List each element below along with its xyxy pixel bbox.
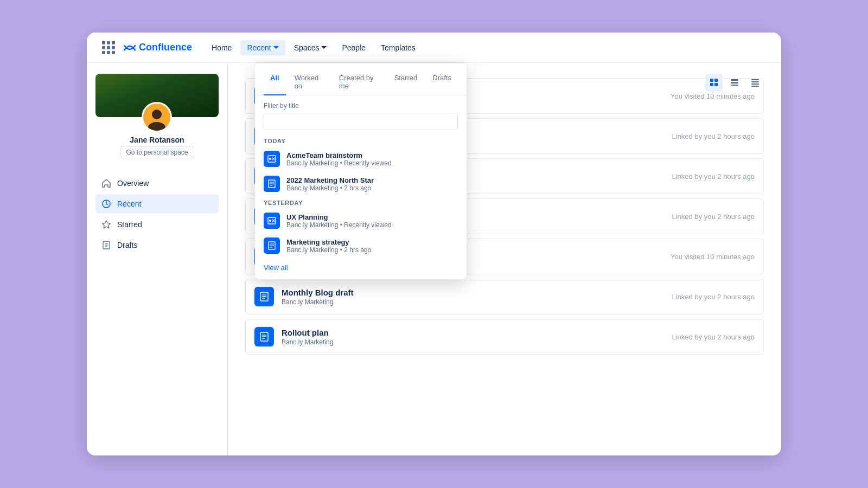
confluence-logo[interactable]: Confluence	[124, 42, 192, 54]
dropdown-item-title: AcmeTeam brainstorm	[286, 151, 392, 159]
grid-view-button[interactable]	[705, 74, 723, 91]
recent-dropdown: AllWorked onCreated by meStarredDrafts F…	[255, 63, 467, 279]
svg-rect-15	[751, 79, 759, 80]
filter-input[interactable]	[264, 113, 458, 130]
section-header-today: TODAY	[255, 134, 467, 146]
svg-point-1	[148, 122, 165, 131]
view-all-button[interactable]: View all	[255, 258, 467, 279]
svg-rect-16	[751, 81, 759, 82]
topnav: Confluence Home Recent Spaces People Tem…	[87, 33, 781, 63]
drafts-icon	[101, 240, 112, 251]
svg-rect-13	[731, 82, 738, 84]
dropdown-tab-worked_on[interactable]: Worked on	[288, 69, 330, 95]
item-timestamp: You visited 10 minutes ago	[671, 92, 755, 100]
clock-icon	[101, 198, 112, 209]
dropdown-tabs: AllWorked onCreated by meStarredDrafts	[255, 63, 467, 95]
filter-label: Filter by title	[264, 102, 458, 110]
dropdown-item-subtitle: Banc.ly Marketing • Recently viewed	[286, 221, 392, 229]
svg-point-42	[269, 158, 271, 160]
sidebar-item-starred-label: Starred	[117, 220, 142, 229]
item-timestamp: Linked by you 2 hours ago	[672, 132, 755, 140]
dropdown-list-item[interactable]: Marketing strategy Banc.ly Marketing • 2…	[255, 233, 467, 258]
dropdown-item-title: UX Planning	[286, 213, 392, 221]
goto-personal-space-button[interactable]: Go to personal space	[120, 146, 194, 158]
dropdown-item-subtitle: Banc.ly Marketing • Recently viewed	[286, 159, 392, 167]
sidebar-item-recent-label: Recent	[117, 200, 141, 208]
list-view-button[interactable]	[726, 74, 743, 91]
nav-recent[interactable]: Recent	[240, 40, 285, 55]
svg-rect-9	[714, 79, 718, 82]
nav-spaces[interactable]: Spaces	[288, 40, 334, 55]
item-title: Rollout plan	[282, 328, 665, 337]
svg-marker-3	[103, 221, 111, 228]
svg-rect-11	[714, 83, 718, 86]
svg-rect-17	[751, 84, 759, 85]
nav-links: Home Recent Spaces People Templates	[205, 40, 422, 55]
nav-templates[interactable]: Templates	[374, 40, 422, 55]
sidebar-item-starred[interactable]: Starred	[95, 215, 219, 234]
sidebar: Jane Rotanson Go to personal space Overv…	[87, 63, 228, 455]
svg-point-48	[269, 220, 271, 222]
svg-rect-12	[731, 79, 738, 81]
sidebar-item-overview[interactable]: Overview	[95, 174, 219, 193]
section-header-yesterday: YESTERDAY	[255, 196, 467, 208]
svg-rect-10	[710, 83, 713, 86]
svg-rect-18	[751, 86, 759, 87]
content-list-item[interactable]: Monthly Blog draft Banc.ly Marketing Lin…	[245, 279, 764, 314]
dropdown-sections: TODAY AcmeTeam brainstorm Banc.ly Market…	[255, 134, 467, 258]
dropdown-item-subtitle: Banc.ly Marketing • 2 hrs ago	[286, 184, 374, 192]
filter-section: Filter by title	[255, 95, 467, 134]
dropdown-tab-starred[interactable]: Starred	[388, 69, 424, 95]
dropdown-list-item[interactable]: UX Planning Banc.ly Marketing • Recently…	[255, 208, 467, 233]
page-icon	[264, 176, 280, 192]
main-window: Confluence Home Recent Spaces People Tem…	[87, 33, 781, 455]
whiteboard-icon	[264, 213, 280, 229]
avatar	[142, 102, 172, 132]
item-timestamp: Linked by you 2 hours ago	[672, 333, 755, 341]
sidebar-item-drafts[interactable]: Drafts	[95, 235, 219, 255]
view-toggle	[705, 74, 764, 91]
item-title: Monthly Blog draft	[282, 288, 665, 297]
item-timestamp: Linked by you 2 hours ago	[672, 293, 755, 301]
dropdown-list-item[interactable]: 2022 Marketing North Star Banc.ly Market…	[255, 171, 467, 196]
dropdown-tab-all[interactable]: All	[264, 69, 286, 95]
item-timestamp: Linked by you 2 hours ago	[672, 172, 755, 181]
item-subtitle: Banc.ly Marketing	[282, 338, 665, 346]
profile-avatar-wrap: Jane Rotanson Go to personal space	[120, 102, 194, 158]
spaces-chevron-icon	[321, 46, 327, 49]
grid-menu-icon[interactable]	[100, 39, 117, 56]
page-icon	[254, 327, 274, 346]
content-list-item[interactable]: Rollout plan Banc.ly Marketing Linked by…	[245, 319, 764, 355]
item-timestamp: You visited 10 minutes ago	[671, 253, 755, 261]
sidebar-item-drafts-label: Drafts	[117, 241, 137, 249]
dropdown-item-subtitle: Banc.ly Marketing • 2 hrs ago	[286, 246, 371, 254]
nav-people[interactable]: People	[335, 40, 372, 55]
svg-rect-8	[710, 79, 713, 82]
star-icon	[101, 219, 112, 230]
sidebar-item-overview-label: Overview	[117, 179, 149, 188]
recent-chevron-icon	[273, 46, 279, 49]
item-subtitle: Banc.ly Marketing	[282, 298, 665, 306]
svg-rect-14	[731, 85, 738, 86]
page-icon	[264, 237, 280, 254]
dropdown-tab-created_by_me[interactable]: Created by me	[333, 69, 386, 95]
dropdown-list-item[interactable]: AcmeTeam brainstorm Banc.ly Marketing • …	[255, 146, 467, 171]
item-timestamp: Linked by you 2 hours ago	[672, 213, 755, 221]
home-icon	[101, 178, 112, 189]
dropdown-item-title: Marketing strategy	[286, 238, 371, 246]
compact-view-button[interactable]	[746, 74, 764, 91]
sidebar-item-recent[interactable]: Recent	[95, 194, 219, 214]
sidebar-nav: Overview Recent	[95, 174, 219, 255]
logo-text: Confluence	[139, 42, 192, 53]
svg-point-0	[152, 110, 162, 119]
page-icon	[254, 287, 274, 306]
user-name: Jane Rotanson	[130, 136, 184, 144]
whiteboard-icon	[264, 151, 280, 167]
dropdown-tab-drafts[interactable]: Drafts	[426, 69, 458, 95]
dropdown-item-title: 2022 Marketing North Star	[286, 176, 374, 184]
nav-home[interactable]: Home	[205, 40, 238, 55]
